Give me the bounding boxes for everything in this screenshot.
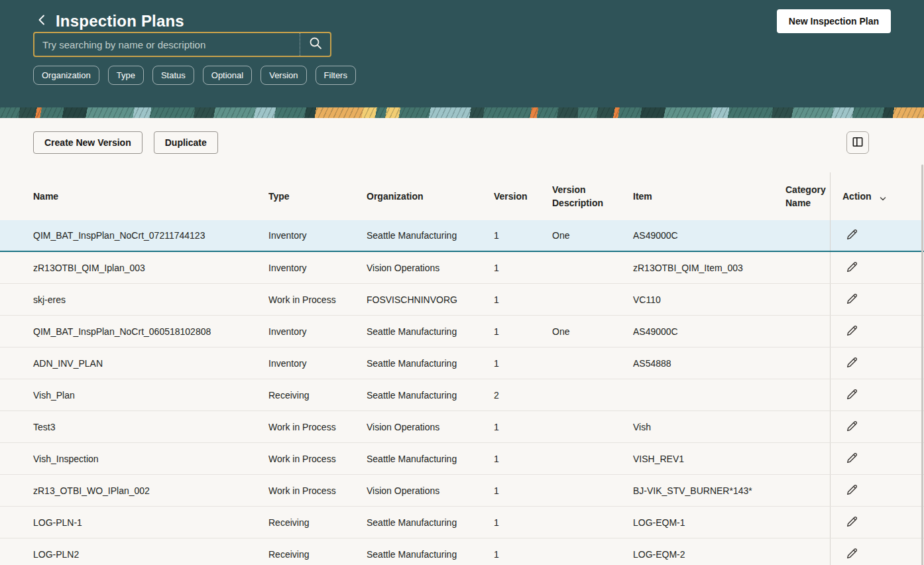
cell-item: zR13OTBI_QIM_Item_003 — [633, 252, 785, 283]
filter-chip[interactable]: Filters — [316, 66, 356, 85]
filter-chip[interactable]: Type — [108, 66, 144, 85]
pencil-edit-icon — [845, 515, 859, 531]
cell-type: Receiving — [268, 379, 367, 410]
table-row[interactable]: Test3 Work in Process Vision Operations … — [0, 411, 924, 443]
filter-chip[interactable]: Version — [260, 66, 306, 85]
cell-type: Work in Process — [268, 475, 367, 506]
filter-chip[interactable]: Status — [152, 66, 194, 85]
cell-version: 1 — [494, 538, 552, 565]
main-content: Create New Version Duplicate Name Type O… — [0, 118, 924, 565]
search-icon — [308, 36, 323, 53]
cell-category-name — [785, 316, 830, 347]
cell-category-name — [785, 538, 830, 565]
edit-row-button[interactable] — [842, 290, 861, 309]
cell-version: 1 — [494, 220, 552, 251]
back-button[interactable] — [33, 13, 50, 30]
table-row[interactable]: skj-eres Work in Process FOSVISCHNINVORG… — [0, 284, 924, 316]
column-header-action[interactable]: Action — [830, 172, 924, 220]
duplicate-button[interactable]: Duplicate — [154, 131, 218, 154]
pencil-edit-icon — [845, 387, 859, 403]
cell-organization: Seattle Manufacturing — [367, 538, 494, 565]
cell-type: Inventory — [268, 316, 367, 347]
cell-version-description — [552, 347, 633, 379]
filter-chip[interactable]: Organization — [33, 66, 99, 85]
filter-chip[interactable]: Optional — [203, 66, 252, 85]
table-row[interactable]: LOG-PLN-1 Receiving Seattle Manufacturin… — [0, 507, 924, 538]
pencil-edit-icon — [845, 451, 859, 467]
cell-name: Vish_Plan — [0, 379, 268, 410]
column-header-version-description[interactable]: Version Description — [552, 172, 633, 220]
column-header-action-label: Action — [842, 191, 872, 202]
cell-name: skj-eres — [0, 284, 268, 315]
cell-organization: Seattle Manufacturing — [367, 316, 494, 347]
edit-row-button[interactable] — [842, 418, 861, 436]
table-row[interactable]: Vish_Plan Receiving Seattle Manufacturin… — [0, 379, 924, 411]
edit-row-button[interactable] — [842, 354, 861, 373]
table-row[interactable]: QIM_BAT_InspPlan_NoCrt_07211744123 Inven… — [0, 220, 924, 252]
pencil-edit-icon — [845, 227, 859, 243]
table-row[interactable]: zR13OTBI_QIM_Iplan_003 Inventory Vision … — [0, 252, 924, 284]
create-new-version-button[interactable]: Create New Version — [33, 131, 143, 154]
cell-category-name — [785, 507, 830, 538]
cell-organization: Vision Operations — [367, 411, 494, 442]
edit-row-button[interactable] — [842, 513, 861, 532]
search-bar — [33, 32, 331, 57]
cell-version: 1 — [494, 284, 552, 315]
column-header-category-name[interactable]: Category Name — [785, 172, 830, 220]
pencil-edit-icon — [845, 483, 859, 499]
table-row[interactable]: QIM_BAT_InspPlan_NoCrt_060518102808 Inve… — [0, 316, 924, 347]
header-top-row: Inspection Plans New Inspection Plan — [33, 0, 891, 32]
edit-row-button[interactable] — [842, 259, 861, 277]
cell-name: ADN_INV_PLAN — [0, 347, 268, 379]
cell-type: Work in Process — [268, 284, 367, 315]
cell-name: QIM_BAT_InspPlan_NoCrt_07211744123 — [0, 220, 268, 251]
cell-type: Inventory — [268, 252, 367, 283]
cell-item: AS54888 — [633, 347, 785, 379]
column-header-item[interactable]: Item — [633, 172, 785, 220]
pencil-edit-icon — [845, 260, 859, 276]
edit-row-button[interactable] — [842, 386, 861, 405]
edit-row-button[interactable] — [842, 481, 861, 500]
vertical-scrollbar[interactable] — [921, 164, 923, 565]
cell-item: VC110 — [633, 284, 785, 315]
edit-row-button[interactable] — [842, 450, 861, 468]
cell-action — [830, 507, 924, 538]
pencil-edit-icon — [845, 546, 859, 562]
table-row[interactable]: LOG-PLN2 Receiving Seattle Manufacturing… — [0, 538, 924, 565]
column-header-type[interactable]: Type — [268, 172, 367, 220]
edit-row-button[interactable] — [842, 226, 861, 245]
cell-organization: FOSVISCHNINVORG — [367, 284, 494, 315]
cell-version: 1 — [494, 252, 552, 283]
cell-version: 1 — [494, 411, 552, 442]
cell-action — [830, 443, 924, 474]
sort-icon[interactable] — [878, 191, 888, 202]
cell-version-description — [552, 252, 633, 283]
cell-item: AS49000C — [633, 220, 785, 251]
search-input[interactable] — [34, 33, 300, 56]
table-row[interactable]: Vish_Inspection Work in Process Seattle … — [0, 443, 924, 475]
column-header-version[interactable]: Version — [494, 172, 552, 220]
edit-row-button[interactable] — [842, 545, 861, 564]
cell-organization: Seattle Manufacturing — [367, 220, 494, 251]
cell-name: Vish_Inspection — [0, 443, 268, 474]
cell-organization: Seattle Manufacturing — [367, 379, 494, 410]
split-panel-toggle-button[interactable] — [846, 131, 869, 154]
cell-action — [830, 220, 924, 251]
cell-category-name — [785, 284, 830, 315]
cell-name: QIM_BAT_InspPlan_NoCrt_060518102808 — [0, 316, 268, 347]
column-header-name[interactable]: Name — [0, 172, 268, 220]
table-row[interactable]: zR13_OTBI_WO_IPlan_002 Work in Process V… — [0, 475, 924, 507]
new-inspection-plan-button[interactable]: New Inspection Plan — [777, 9, 891, 33]
cell-action — [830, 538, 924, 565]
search-button[interactable] — [300, 33, 330, 56]
cell-category-name — [785, 475, 830, 506]
page-title: Inspection Plans — [56, 12, 184, 31]
cell-item: AS49000C — [633, 316, 785, 347]
cell-action — [830, 284, 924, 315]
edit-row-button[interactable] — [842, 322, 861, 341]
table-row[interactable]: ADN_INV_PLAN Inventory Seattle Manufactu… — [0, 347, 924, 379]
column-header-organization[interactable]: Organization — [367, 172, 494, 220]
cell-action — [830, 316, 924, 347]
cell-name: LOG-PLN2 — [0, 538, 268, 565]
cell-item: LOG-EQM-1 — [633, 507, 785, 538]
